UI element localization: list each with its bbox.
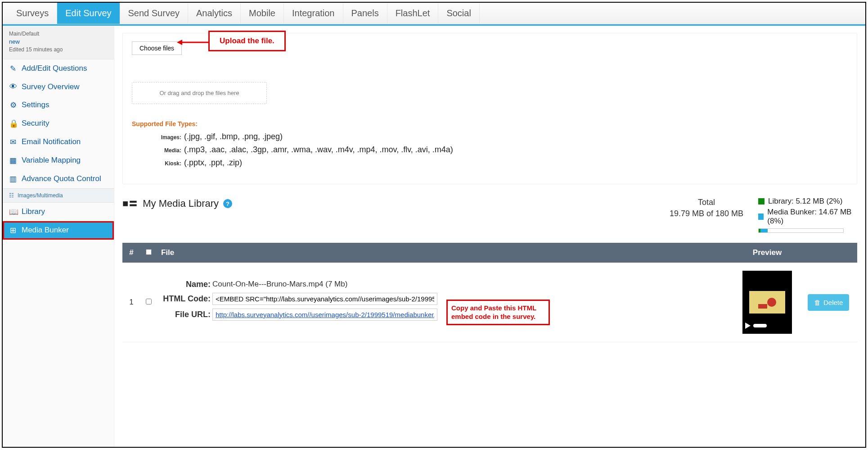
library-legend: Library: 5.12 MB (2%) Media Bunker: 14.6… bbox=[758, 197, 857, 233]
filetype-row-media: Media: (.mp3, .aac, .alac, .3gp, .amr, .… bbox=[154, 145, 848, 155]
sidebar-item-label: Variable Mapping bbox=[22, 156, 81, 165]
library-header: ■〓 My Media Library ? Total 19.79 MB of … bbox=[122, 197, 857, 233]
col-file: File bbox=[157, 243, 731, 263]
camera-icon: ■〓 bbox=[122, 197, 138, 210]
col-preview: Preview bbox=[731, 243, 803, 263]
tab-integration[interactable]: Integration bbox=[284, 3, 343, 24]
sidebar-item-media-bunker[interactable]: ⊞ Media Bunker bbox=[3, 221, 114, 240]
sidebar-item-add-edit-questions[interactable]: ✎ Add/Edit Questions bbox=[3, 59, 114, 78]
eye-icon: 👁 bbox=[9, 82, 17, 91]
tab-mobile[interactable]: Mobile bbox=[241, 3, 284, 24]
legend-bunker: Media Bunker: 14.67 MB (8%) bbox=[758, 208, 857, 226]
file-name-label: Name: bbox=[161, 280, 211, 289]
trash-icon: 🗑 bbox=[814, 299, 821, 306]
delete-label: Delete bbox=[823, 299, 843, 306]
media-table: # File Preview 1 bbox=[122, 243, 857, 342]
filetype-value: (.jpg, .gif, .bmp, .png, .jpeg) bbox=[184, 132, 283, 141]
sidebar-section-label: Images/Multimedia bbox=[18, 192, 63, 199]
sidebar-item-label: Security bbox=[22, 119, 49, 128]
tab-flashlet[interactable]: FlashLet bbox=[387, 3, 439, 24]
sidebar-item-email-notification[interactable]: ✉ Email Notification bbox=[3, 133, 114, 151]
grid-icon: ▦ bbox=[9, 156, 17, 165]
legend-library-text: Library: 5.12 MB (2%) bbox=[768, 197, 842, 206]
swatch-green-icon bbox=[758, 198, 765, 205]
tab-send-survey[interactable]: Send Survey bbox=[120, 3, 189, 24]
legend-bunker-text: Media Bunker: 14.67 MB (8%) bbox=[767, 208, 857, 226]
top-nav: Surveys Edit Survey Send Survey Analytic… bbox=[3, 3, 865, 24]
supported-heading: Supported File Types: bbox=[132, 120, 848, 127]
mail-icon: ✉ bbox=[9, 137, 17, 147]
sidebar: Main/Default new Edited 15 minutes ago ✎… bbox=[3, 26, 114, 447]
sidebar-item-settings[interactable]: ⚙ Settings bbox=[3, 96, 114, 114]
pencil-icon: ✎ bbox=[9, 64, 17, 73]
supported-types: Supported File Types: Images: (.jpg, .gi… bbox=[132, 120, 848, 168]
tab-edit-survey[interactable]: Edit Survey bbox=[57, 3, 120, 24]
sidebar-item-label: Survey Overview bbox=[22, 82, 79, 91]
tab-analytics[interactable]: Analytics bbox=[188, 3, 241, 24]
filetype-label: Images: bbox=[154, 134, 181, 141]
video-thumbnail[interactable] bbox=[742, 271, 792, 334]
callout-copy-embed: Copy and Paste this HTML embed code in t… bbox=[446, 300, 550, 325]
film-icon: ⊞ bbox=[9, 226, 17, 235]
html-code-input[interactable] bbox=[212, 293, 437, 305]
file-url-label: File URL: bbox=[161, 310, 211, 319]
library-stats: Total 19.79 MB of 180 MB bbox=[664, 197, 749, 219]
filetype-row-images: Images: (.jpg, .gif, .bmp, .png, .jpeg) bbox=[154, 132, 848, 141]
swatch-blue-icon bbox=[758, 214, 764, 220]
tab-surveys[interactable]: Surveys bbox=[8, 3, 57, 24]
thumbnail-image bbox=[749, 291, 785, 314]
select-all-checkbox[interactable] bbox=[146, 249, 152, 255]
table-row: 1 Name: Count-On-Me---Bruno-Mars.mp4 (7 … bbox=[122, 263, 857, 342]
choose-files-button[interactable]: Choose files bbox=[132, 41, 182, 55]
list-icon: ☷ bbox=[9, 192, 14, 199]
col-checkbox bbox=[140, 243, 157, 263]
cartoon-icon bbox=[754, 294, 781, 310]
usage-bar-bunker bbox=[760, 229, 768, 232]
callout-upload: Upload the file. bbox=[208, 31, 286, 51]
help-icon[interactable]: ? bbox=[223, 199, 232, 208]
delete-button[interactable]: 🗑 Delete bbox=[808, 294, 849, 311]
sidebar-item-label: Settings bbox=[22, 100, 49, 109]
play-icon bbox=[745, 323, 751, 329]
dropzone[interactable]: Or drag and drop the files here bbox=[132, 82, 267, 104]
lock-icon: 🔒 bbox=[9, 119, 17, 128]
sidebar-context: Main/Default new Edited 15 minutes ago bbox=[3, 26, 114, 59]
chart-icon: ▥ bbox=[9, 174, 17, 184]
gear-icon: ⚙ bbox=[9, 100, 17, 110]
sidebar-item-label: Advance Quota Control bbox=[22, 174, 101, 183]
sidebar-item-label: Email Notification bbox=[22, 137, 81, 146]
sidebar-item-label: Add/Edit Questions bbox=[22, 64, 87, 73]
filetype-label: Media: bbox=[154, 147, 181, 154]
progress-slider[interactable] bbox=[753, 324, 767, 327]
sidebar-item-survey-overview[interactable]: 👁 Survey Overview bbox=[3, 78, 114, 96]
edited-time: Edited 15 minutes ago bbox=[9, 46, 108, 54]
library-title: ■〓 My Media Library ? bbox=[122, 197, 232, 210]
svg-marker-1 bbox=[177, 40, 182, 45]
row-checkbox[interactable] bbox=[146, 299, 152, 305]
sidebar-item-advance-quota[interactable]: ▥ Advance Quota Control bbox=[3, 170, 114, 188]
svg-rect-3 bbox=[758, 304, 767, 309]
legend-library: Library: 5.12 MB (2%) bbox=[758, 197, 857, 206]
sidebar-section-images: ☷ Images/Multimedia bbox=[3, 188, 114, 203]
total-value: 19.79 MB of 180 MB bbox=[664, 208, 749, 219]
file-url-input[interactable] bbox=[212, 309, 437, 321]
upload-panel: Choose files Upload the file. Or drag an… bbox=[122, 33, 857, 184]
library-title-text: My Media Library bbox=[143, 198, 219, 209]
usage-bar bbox=[758, 228, 844, 233]
tab-social[interactable]: Social bbox=[438, 3, 479, 24]
survey-name[interactable]: new bbox=[9, 38, 108, 46]
filetype-row-kiosk: Kiosk: (.pptx, .ppt, .zip) bbox=[154, 158, 848, 168]
breadcrumb: Main/Default bbox=[9, 30, 108, 38]
arrow-icon bbox=[177, 38, 208, 47]
sidebar-item-variable-mapping[interactable]: ▦ Variable Mapping bbox=[3, 151, 114, 170]
tab-panels[interactable]: Panels bbox=[343, 3, 387, 24]
svg-point-2 bbox=[767, 298, 776, 307]
col-num: # bbox=[122, 243, 140, 263]
sidebar-item-label: Library bbox=[22, 207, 45, 216]
html-code-label: HTML Code: bbox=[161, 294, 211, 304]
file-name: Count-On-Me---Bruno-Mars.mp4 (7 Mb) bbox=[212, 280, 347, 289]
sidebar-item-library[interactable]: 📖 Library bbox=[3, 203, 114, 221]
sidebar-item-security[interactable]: 🔒 Security bbox=[3, 114, 114, 133]
filetype-value: (.pptx, .ppt, .zip) bbox=[184, 158, 242, 168]
book-icon: 📖 bbox=[9, 207, 17, 217]
